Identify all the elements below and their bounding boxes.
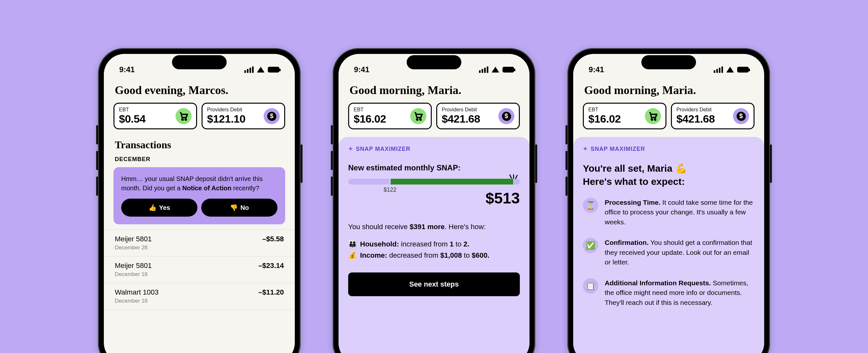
snap-maximizer-header: ✦ SNAP MAXIMIZER: [348, 145, 520, 152]
debit-balance-card[interactable]: Providers Debit $421.68 $: [436, 103, 520, 129]
snap-deposit-alert: Hmm… your usual SNAP deposit didn't arri…: [114, 167, 285, 224]
status-indicators: [479, 66, 514, 73]
sparkle-icon: ✦: [348, 145, 353, 152]
wifi-icon: [257, 67, 265, 73]
svg-point-5: [420, 119, 421, 120]
ebt-balance-card[interactable]: EBT $16.02: [348, 103, 432, 129]
svg-text:$: $: [270, 112, 273, 119]
transaction-row[interactable]: Meijer 5801 December 18 –$23.14: [104, 256, 295, 283]
transaction-amount: –$23.14: [258, 261, 284, 270]
debit-label: Providers Debit: [207, 107, 245, 113]
ebt-balance-card[interactable]: EBT $16.02: [583, 103, 666, 129]
greeting-text: Good morning, Maria.: [349, 83, 520, 97]
debit-amount: $121.10: [207, 113, 245, 125]
debit-amount: $421.68: [442, 113, 480, 125]
estimate-title: New estimated monthly SNAP:: [348, 163, 520, 172]
hourglass-icon: ⏳: [583, 198, 598, 213]
checkmark-icon: ✅: [583, 238, 598, 253]
phone-notch: [407, 55, 461, 69]
shopping-cart-icon: [410, 108, 426, 124]
phone-screen: 9:41 Good morning, Maria. EBT $16.02: [339, 54, 529, 353]
svg-point-9: [654, 119, 655, 120]
ebt-label: EBT: [119, 107, 146, 113]
svg-text:$: $: [504, 112, 508, 119]
transaction-amount: –$5.58: [262, 235, 284, 243]
svg-text:$: $: [739, 112, 743, 119]
dollar-icon: $: [264, 108, 280, 124]
transaction-row[interactable]: Meijer 5801 December 28 –$5.58: [104, 230, 295, 256]
svg-point-0: [182, 119, 183, 120]
status-indicators: [244, 66, 279, 73]
ebt-amount: $16.02: [588, 113, 621, 125]
money-bag-icon: 💰: [348, 250, 357, 261]
new-estimate-amount: $513: [348, 189, 520, 207]
cellular-signal-icon: [244, 66, 254, 73]
dollar-icon: $: [733, 108, 749, 124]
phone-screen: 9:41 Good morning, Maria. EBT $16.02: [573, 54, 764, 353]
month-label: DECEMBER: [115, 156, 284, 163]
svg-point-1: [185, 119, 186, 120]
income-factor: 💰 Income: decreased from $1,008 to $600.: [348, 250, 520, 261]
phone-mockup-3: 9:41 Good morning, Maria. EBT $16.02: [567, 48, 770, 353]
see-next-steps-button[interactable]: See next steps: [348, 273, 520, 296]
clipboard-icon: 📋: [583, 278, 598, 294]
wifi-icon: [726, 67, 734, 73]
ebt-amount: $0.54: [119, 113, 146, 125]
debit-balance-card[interactable]: Providers Debit $421.68 $: [671, 103, 754, 129]
dollar-icon: $: [498, 108, 515, 124]
transaction-amount: –$11.20: [258, 288, 284, 296]
cellular-signal-icon: [479, 66, 488, 73]
expectation-item-processing: ⏳ Processing Time. It could take some ti…: [583, 198, 754, 227]
merchant-name: Meijer 5801: [115, 235, 152, 243]
snap-maximizer-panel: ✦ SNAP MAXIMIZER You're all set, Maria 💪…: [573, 137, 764, 353]
svg-point-8: [651, 119, 652, 120]
all-set-heading: You're all set, Maria 💪 Here's what to e…: [583, 162, 754, 188]
phone-screen: 9:41 Good evening, Marcos. EBT $0.54: [104, 54, 295, 353]
transaction-date: December 18: [115, 298, 158, 304]
expectation-item-confirmation: ✅ Confirmation. You should get a confirm…: [583, 238, 754, 267]
battery-icon: [268, 67, 279, 73]
transactions-heading: Transactions: [115, 139, 284, 151]
merchant-name: Walmart 1003: [115, 288, 158, 296]
ebt-label: EBT: [588, 107, 621, 113]
debit-balance-card[interactable]: Providers Debit $121.10 $: [202, 103, 285, 129]
snap-maximizer-panel: ✦ SNAP MAXIMIZER New estimated monthly S…: [339, 137, 529, 353]
battery-icon: [737, 67, 749, 73]
estimate-progress-bar: [348, 179, 520, 184]
wifi-icon: [492, 67, 499, 73]
merchant-name: Meijer 5801: [115, 261, 152, 270]
transaction-date: December 28: [115, 245, 152, 251]
balance-cards: EBT $16.02 Providers Debit $421.68 $: [348, 103, 520, 129]
ebt-balance-card[interactable]: EBT $0.54: [114, 103, 197, 129]
balance-cards: EBT $0.54 Providers Debit $121.10 $: [114, 103, 285, 129]
shopping-cart-icon: [645, 108, 661, 124]
increase-explanation: You should receive $391 more. Here's how…: [348, 222, 520, 232]
phone-mockup-2: 9:41 Good morning, Maria. EBT $16.02: [333, 48, 535, 353]
transaction-date: December 18: [115, 271, 152, 278]
debit-label: Providers Debit: [676, 107, 715, 113]
cellular-signal-icon: [714, 66, 723, 73]
phone-notch: [641, 55, 696, 69]
status-time: 9:41: [589, 65, 604, 74]
balance-cards: EBT $16.02 Providers Debit $421.68 $: [583, 103, 754, 129]
bar-highlight-tick-icon: [511, 174, 516, 179]
shopping-cart-icon: [176, 108, 192, 124]
svg-point-4: [416, 119, 417, 120]
ebt-amount: $16.02: [353, 113, 386, 125]
no-button[interactable]: 👎 No: [201, 199, 277, 217]
household-factor: 👨‍👩‍👦 Household: increased from 1 to 2.: [348, 239, 520, 250]
ebt-label: EBT: [353, 107, 386, 113]
greeting-text: Good evening, Marcos.: [115, 83, 285, 97]
thumbs-up-icon: 👍: [149, 204, 157, 211]
transaction-list: Meijer 5801 December 28 –$5.58 Meijer 58…: [104, 230, 295, 310]
status-indicators: [714, 66, 749, 73]
debit-label: Providers Debit: [442, 107, 480, 113]
transaction-row[interactable]: Walmart 1003 December 18 –$11.20: [104, 283, 295, 310]
phone-mockup-1: 9:41 Good evening, Marcos. EBT $0.54: [98, 48, 301, 353]
debit-amount: $421.68: [676, 113, 715, 125]
yes-button[interactable]: 👍 Yes: [121, 199, 197, 217]
battery-icon: [502, 67, 514, 73]
expectation-item-additional-info: 📋 Additional Information Requests. Somet…: [583, 278, 754, 308]
greeting-text: Good morning, Maria.: [584, 83, 754, 97]
phone-notch: [172, 55, 227, 69]
